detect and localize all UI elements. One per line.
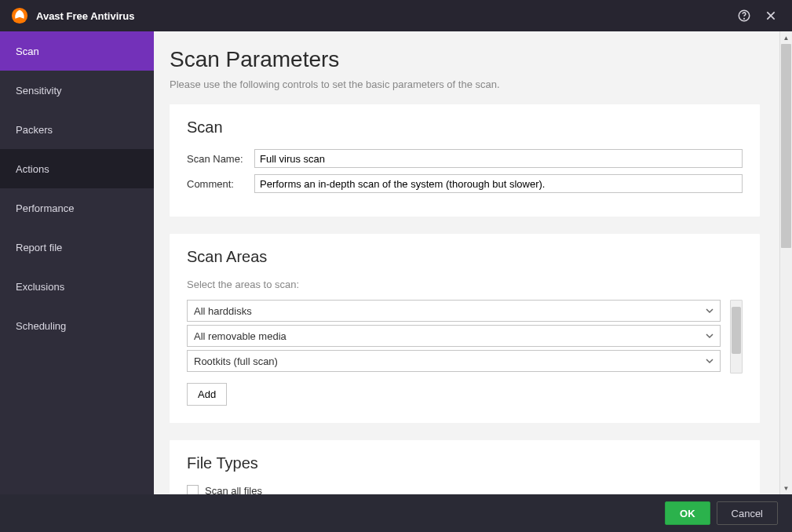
panel-scan-areas: Scan Areas Select the areas to scan: All…	[170, 234, 760, 423]
area-list-scrollbar-thumb[interactable]	[732, 307, 741, 354]
panel-areas-title: Scan Areas	[187, 248, 743, 266]
scan-name-input[interactable]	[254, 149, 743, 168]
chevron-down-icon	[706, 330, 714, 342]
content-scrollbar-thumb[interactable]	[781, 44, 791, 248]
scan-area-select[interactable]: Rootkits (full scan)	[187, 350, 721, 372]
panel-filetypes-title: File Types	[187, 454, 743, 472]
content-scrollbar[interactable]: ▲ ▼	[779, 31, 792, 494]
page-heading: Scan Parameters	[170, 47, 779, 72]
sidebar-sensitivity[interactable]: Sensitivity	[0, 71, 154, 110]
scroll-down-icon[interactable]: ▼	[780, 482, 792, 494]
areas-hint: Select the areas to scan:	[187, 279, 743, 290]
sidebar-actions[interactable]: Actions	[0, 149, 154, 188]
scan-area-value: All removable media	[194, 330, 287, 342]
cancel-button[interactable]: Cancel	[717, 501, 778, 525]
panel-scan-title: Scan	[187, 118, 743, 137]
titlebar: Avast Free Antivirus	[0, 0, 792, 31]
sidebar-scheduling[interactable]: Scheduling	[0, 306, 154, 345]
content: Scan Parameters Please use the following…	[154, 31, 779, 494]
chevron-down-icon	[706, 305, 714, 317]
scan-all-files-row: Scan all files	[187, 485, 743, 494]
avast-logo-icon	[11, 7, 28, 24]
scan-area-select[interactable]: All removable media	[187, 325, 721, 347]
panel-file-types: File Types Scan all files Recognize file…	[170, 440, 760, 494]
scan-name-label: Scan Name:	[187, 153, 254, 165]
comment-row: Comment:	[187, 174, 743, 193]
sidebar-report-file[interactable]: Report file	[0, 228, 154, 267]
sidebar-performance[interactable]: Performance	[0, 188, 154, 228]
sidebar-exclusions[interactable]: Exclusions	[0, 267, 154, 306]
scroll-up-icon[interactable]: ▲	[780, 31, 792, 44]
scan-all-files-checkbox[interactable]	[187, 485, 199, 494]
comment-label: Comment:	[187, 178, 254, 190]
area-list: All harddisksAll removable mediaRootkits…	[187, 300, 721, 375]
app-title: Avast Free Antivirus	[36, 10, 728, 22]
page-subtitle: Please use the following controls to set…	[170, 78, 779, 90]
footer: OK Cancel	[0, 494, 792, 532]
add-area-button[interactable]: Add	[187, 383, 227, 406]
chevron-down-icon	[706, 355, 714, 367]
area-list-scrollbar[interactable]	[730, 300, 743, 373]
svg-point-2	[744, 18, 745, 19]
help-button[interactable]	[734, 5, 754, 26]
ok-button[interactable]: OK	[665, 501, 710, 525]
scan-area-value: All harddisks	[194, 305, 252, 317]
scan-all-files-label: Scan all files	[205, 485, 262, 494]
panel-scan: Scan Scan Name: Comment:	[170, 104, 760, 217]
close-button[interactable]	[761, 5, 781, 26]
main: ScanSensitivityPackersActionsPerformance…	[0, 31, 792, 494]
scan-name-row: Scan Name:	[187, 149, 743, 168]
sidebar-scan[interactable]: Scan	[0, 31, 154, 71]
scan-area-value: Rootkits (full scan)	[194, 355, 278, 367]
comment-input[interactable]	[254, 174, 743, 193]
content-wrap: Scan Parameters Please use the following…	[154, 31, 792, 494]
sidebar: ScanSensitivityPackersActionsPerformance…	[0, 31, 154, 494]
sidebar-packers[interactable]: Packers	[0, 110, 154, 149]
scan-area-select[interactable]: All harddisks	[187, 300, 721, 322]
